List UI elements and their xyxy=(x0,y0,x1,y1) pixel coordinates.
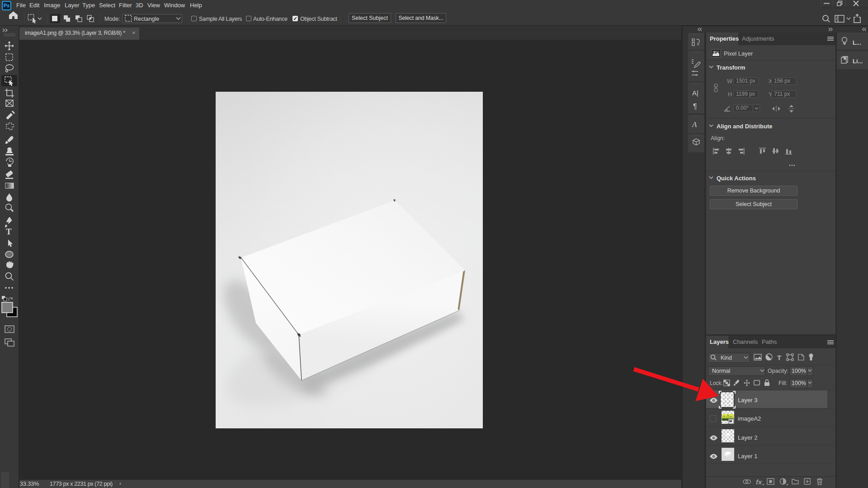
svg-text:¶: ¶ xyxy=(693,103,697,110)
svg-text:fx: fx xyxy=(756,478,762,486)
svg-text:T: T xyxy=(777,354,781,361)
svg-text:A: A xyxy=(692,120,697,129)
svg-text:A|: A| xyxy=(692,89,698,97)
